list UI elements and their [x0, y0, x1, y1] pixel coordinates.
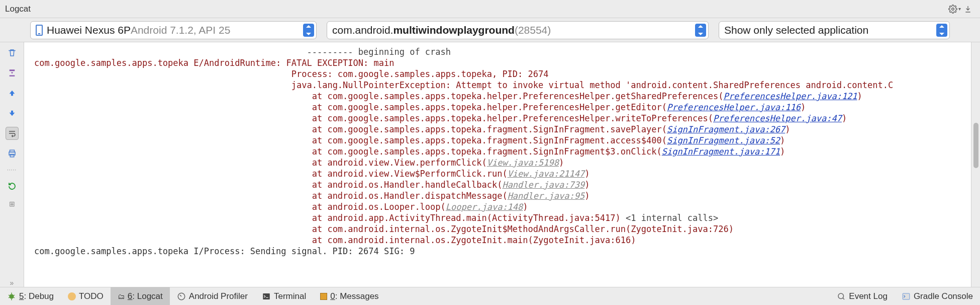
log-segment[interactable]: PreferencesHelper.java:47 [713, 113, 842, 123]
svg-point-7 [838, 293, 844, 299]
log-segment: at com.google.samples.apps.topeka.fragme… [312, 146, 662, 157]
chevron-up-down-icon [303, 24, 314, 37]
log-segment: at android.view.View.performClick( [312, 158, 487, 168]
log-segment: ) [584, 180, 590, 190]
scope-selector[interactable]: Show only selected application [719, 21, 950, 39]
log-segment: ) [584, 169, 590, 179]
chevron-up-down-icon [936, 24, 947, 37]
log-segment: Process: com.google.samples.apps.topeka,… [291, 69, 549, 79]
log-segment[interactable]: SignInFragment.java:267 [667, 124, 785, 134]
trash-icon[interactable] [6, 46, 19, 59]
scrollbar-thumb[interactable] [973, 123, 978, 168]
tool-gutter: ····· ⊞ » [0, 42, 24, 287]
log-segment: at android.app.ActivityThread.main(Activ… [312, 213, 626, 223]
log-segment: --------- beginning of crash [307, 47, 451, 57]
panel-titlebar: Logcat ▾ [0, 0, 980, 18]
process-pid: (28554) [515, 24, 551, 36]
log-segment: ) [523, 202, 528, 212]
arrow-down-icon[interactable] [6, 107, 19, 120]
tab-event-log[interactable]: Event Log [830, 287, 895, 305]
log-segment: ) [780, 135, 785, 145]
download-icon[interactable] [961, 5, 975, 13]
log-segment: at com.google.samples.apps.topeka.helper… [312, 113, 713, 123]
log-segment[interactable]: Looper.java:148 [446, 202, 523, 212]
log-segment[interactable]: PreferencesHelper.java:116 [667, 102, 801, 112]
tab-todo[interactable]: TODO [61, 287, 111, 305]
device-name: Huawei Nexus 6P [47, 24, 131, 36]
svg-point-4 [10, 294, 14, 298]
log-segment[interactable]: View.java:21147 [508, 169, 585, 179]
chevron-up-down-icon [695, 24, 706, 37]
svg-point-0 [952, 8, 954, 10]
process-name: multiwindowplayground [393, 24, 514, 36]
process-prefix: com.android. [332, 24, 393, 36]
tab-gradle-console[interactable]: Gradle Console [895, 287, 980, 305]
log-segment: ) [857, 91, 862, 101]
device-selector[interactable]: Huawei Nexus 6P Android 7.1.2, API 25 [30, 21, 317, 39]
process-selector[interactable]: com.android.multiwindowplayground (28554… [327, 21, 709, 39]
log-segment[interactable]: Handler.java:739 [502, 180, 584, 190]
vertical-scrollbar[interactable] [971, 42, 980, 287]
tab-debug[interactable]: 5: Debug [0, 287, 61, 305]
restart-icon[interactable] [6, 180, 19, 193]
log-segment: ) [559, 158, 564, 168]
log-segment: at com.google.samples.apps.topeka.fragme… [312, 135, 667, 145]
log-segment[interactable]: SignInFragment.java:52 [667, 135, 780, 145]
log-segment: at com.google.samples.apps.topeka.helper… [312, 91, 724, 101]
scroll-end-icon[interactable] [6, 66, 19, 80]
device-detail: Android 7.1.2, API 25 [131, 24, 230, 36]
log-segment: java.lang.NullPointerException: Attempt … [291, 80, 893, 90]
log-segment: ) [785, 124, 790, 134]
log-segment[interactable]: Handler.java:95 [508, 191, 585, 201]
log-segment[interactable]: View.java:5198 [487, 158, 559, 168]
expand-icon[interactable]: ⊞ [9, 200, 15, 208]
tab-messages[interactable]: 0: Messages [313, 287, 385, 305]
log-segment: com.google.samples.apps.topeka E/Android… [34, 58, 394, 68]
log-segment: ) [801, 102, 806, 112]
tab-android-profiler[interactable]: Android Profiler [170, 287, 255, 305]
phone-icon [36, 25, 43, 36]
log-segment: com.google.samples.apps.topeka I/Process… [34, 246, 415, 256]
log-segment: at android.view.View$PerformClick.run( [312, 169, 508, 179]
log-segment: ) [584, 191, 590, 201]
filter-bar: Huawei Nexus 6P Android 7.1.2, API 25 co… [0, 18, 980, 42]
log-output[interactable]: --------- beginning of crash com.google.… [24, 42, 971, 287]
log-segment: at android.os.Handler.handleCallback( [312, 180, 503, 190]
svg-rect-8 [903, 293, 910, 299]
log-segment[interactable]: PreferencesHelper.java:121 [723, 91, 857, 101]
more-icon[interactable]: » [10, 279, 14, 287]
log-segment: at com.android.internal.os.ZygoteInit.ma… [312, 235, 636, 245]
tab-terminal[interactable]: Terminal [255, 287, 313, 305]
soft-wrap-icon[interactable] [6, 127, 19, 140]
separator: ····· [7, 167, 17, 173]
scope-label: Show only selected application [724, 24, 868, 36]
log-segment[interactable]: SignInFragment.java:171 [662, 146, 780, 157]
log-segment: at android.os.Looper.loop( [312, 202, 446, 212]
panel-title: Logcat [5, 4, 945, 14]
log-segment: ) [780, 146, 785, 157]
status-bar: 5: Debug TODO 🗂 6: Logcat Android Profil… [0, 287, 980, 305]
log-segment: ) [842, 113, 847, 123]
log-segment: <1 internal calls> [626, 213, 718, 223]
log-segment: at com.android.internal.os.ZygoteInit$Me… [312, 224, 734, 234]
log-segment: at android.os.Handler.dispatchMessage( [312, 191, 508, 201]
log-segment: at com.google.samples.apps.topeka.fragme… [312, 124, 667, 134]
arrow-up-icon[interactable] [6, 87, 19, 100]
print-icon[interactable] [6, 147, 19, 160]
log-segment: at com.google.samples.apps.topeka.helper… [312, 102, 667, 112]
svg-rect-6 [263, 293, 270, 299]
tab-logcat[interactable]: 🗂 6: Logcat [111, 287, 170, 305]
